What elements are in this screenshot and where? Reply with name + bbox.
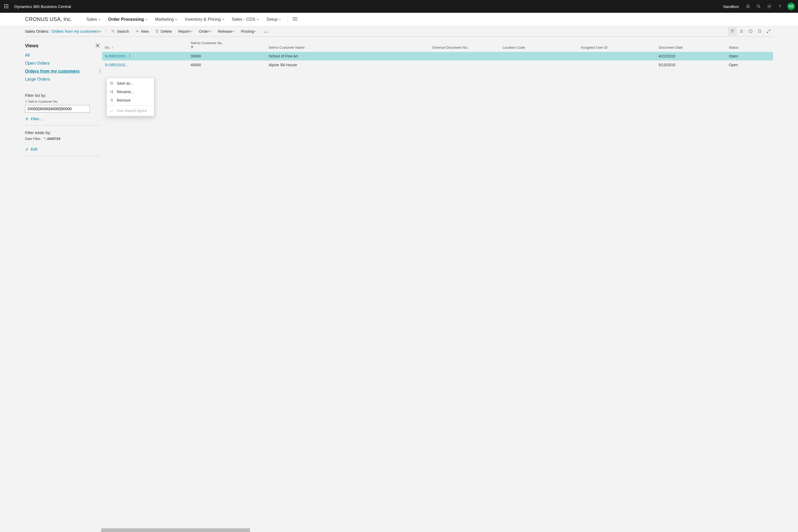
- view-item-all[interactable]: All: [25, 51, 100, 59]
- environment-label: Sandbox: [723, 4, 739, 9]
- filter-pane-icon[interactable]: [728, 27, 737, 36]
- notifications-icon[interactable]: [744, 2, 752, 11]
- help-icon[interactable]: [776, 2, 784, 11]
- chevron-down-icon: [254, 29, 256, 34]
- delete-label: Delete: [161, 29, 172, 34]
- col-no[interactable]: No. ↑: [102, 39, 188, 52]
- posting-button[interactable]: Posting: [241, 29, 256, 34]
- filter-indicator-icon: [191, 45, 263, 50]
- col-sell-to-no[interactable]: Sell-to Customer No.: [188, 39, 266, 52]
- svg-line-10: [759, 7, 760, 8]
- col-ext-doc[interactable]: External Document No.: [430, 39, 500, 52]
- chevron-down-icon: [222, 17, 225, 22]
- edit-filters-button[interactable]: Edit: [25, 147, 100, 156]
- more-actions-icon[interactable]: [264, 29, 268, 34]
- close-views-icon[interactable]: [95, 43, 100, 49]
- search-icon[interactable]: [754, 2, 763, 11]
- save-icon: [110, 81, 115, 85]
- svg-point-40: [129, 54, 130, 55]
- new-label: New: [141, 29, 149, 34]
- svg-point-33: [100, 69, 100, 70]
- col-sell-to-name[interactable]: Sell-to Customer Name: [266, 39, 430, 52]
- posting-label: Posting: [241, 29, 254, 34]
- search-button[interactable]: Search: [111, 29, 129, 34]
- view-item-orders-from-my-customers[interactable]: Orders from my customers: [25, 67, 100, 75]
- nav-item-setup[interactable]: Setup: [263, 13, 285, 26]
- check-icon: [110, 109, 115, 113]
- cell-status: Open: [726, 61, 773, 70]
- add-filter-button[interactable]: Filter...: [25, 117, 100, 126]
- rename-icon: [110, 90, 115, 94]
- trash-icon: [155, 29, 159, 33]
- table-row[interactable]: S-ORD1010...40000Alpine Ski House5/13/20…: [102, 61, 773, 70]
- row-options-icon[interactable]: [129, 54, 130, 58]
- nav-item-order-processing[interactable]: Order Processing: [104, 13, 151, 26]
- svg-point-12: [780, 7, 780, 8]
- svg-point-28: [750, 30, 750, 31]
- view-options-icon[interactable]: [100, 69, 100, 74]
- sort-asc-icon: ↑: [112, 45, 114, 50]
- svg-point-20: [264, 32, 265, 33]
- cell-doc-date: 4/22/2019: [656, 52, 726, 61]
- nav-item-marketing[interactable]: Marketing: [151, 13, 181, 26]
- svg-point-22: [267, 32, 268, 33]
- svg-line-29: [769, 30, 770, 31]
- nav-more-icon[interactable]: [292, 17, 298, 22]
- col-assigned[interactable]: Assigned User ID: [578, 39, 656, 52]
- filter-value-input[interactable]: [25, 105, 90, 113]
- svg-rect-4: [6, 6, 7, 7]
- search-icon: [111, 29, 115, 33]
- order-no-link[interactable]: S-ORD1010...: [105, 54, 128, 58]
- settings-icon[interactable]: [765, 2, 774, 11]
- cell-sell-to-no: 30000: [188, 52, 266, 61]
- filter-field-name: Sell-to Customer No.: [28, 100, 58, 103]
- ctx-save-as[interactable]: Save as...: [107, 79, 154, 88]
- view-item-open-orders[interactable]: Open Orders: [25, 59, 100, 67]
- cell-ext-doc: [430, 61, 500, 70]
- col-status[interactable]: Status: [726, 39, 773, 52]
- svg-rect-7: [6, 7, 7, 8]
- svg-point-35: [100, 72, 100, 73]
- svg-point-34: [100, 71, 100, 71]
- report-button[interactable]: Report: [178, 29, 193, 34]
- date-filter-label: Date Filter:: [25, 137, 41, 141]
- svg-point-42: [129, 57, 130, 57]
- ctx-remove[interactable]: Remove: [107, 96, 154, 104]
- new-button[interactable]: New: [135, 29, 149, 34]
- release-button[interactable]: Release: [218, 29, 234, 34]
- chevron-down-icon: [175, 17, 177, 22]
- user-avatar[interactable]: MB: [787, 3, 795, 10]
- delete-button[interactable]: Delete: [155, 29, 172, 34]
- cell-sell-to-no: 40000: [188, 61, 266, 70]
- view-item-large-orders[interactable]: Large Orders: [25, 75, 100, 83]
- remove-filter-icon[interactable]: [25, 100, 27, 103]
- cell-assigned: [578, 61, 656, 70]
- top-header: Dynamics 365 Business Central Sandbox MB: [0, 0, 798, 13]
- nav-item-inventory-pricing[interactable]: Inventory & Pricing: [181, 13, 228, 26]
- filter-field-row: Sell-to Customer No.: [25, 100, 100, 103]
- list-view-icon[interactable]: [737, 27, 746, 36]
- info-icon[interactable]: [746, 27, 755, 36]
- table-row[interactable]: S-ORD1010... 30000School of Fine Art4/22…: [102, 52, 773, 61]
- order-button[interactable]: Order: [199, 29, 211, 34]
- release-label: Release: [218, 29, 232, 34]
- col-doc-date[interactable]: Document Date: [656, 39, 726, 52]
- col-location[interactable]: Location Code: [500, 39, 578, 52]
- ctx-rename[interactable]: Rename...: [107, 88, 154, 96]
- chevron-down-icon: [190, 29, 193, 34]
- current-view-dropdown[interactable]: Orders from my customers: [52, 29, 101, 34]
- current-view-label: Orders from my customers: [52, 29, 99, 34]
- app-launcher-icon[interactable]: [3, 3, 10, 10]
- date-filter-value: ''..04/07/19: [44, 137, 60, 141]
- svg-rect-1: [6, 4, 7, 5]
- bookmark-icon[interactable]: [755, 27, 764, 36]
- chevron-down-icon: [279, 17, 281, 22]
- add-filter-label: Filter...: [31, 117, 42, 121]
- nav-item-sales-cds[interactable]: Sales - CDS: [228, 13, 263, 26]
- svg-rect-43: [110, 91, 112, 92]
- expand-icon[interactable]: [764, 27, 773, 36]
- nav-item-sales[interactable]: Sales: [83, 13, 104, 26]
- company-name[interactable]: CRONUS USA, Inc.: [25, 16, 77, 22]
- views-heading: Views: [25, 43, 39, 49]
- order-no-link[interactable]: S-ORD1010...: [105, 63, 128, 67]
